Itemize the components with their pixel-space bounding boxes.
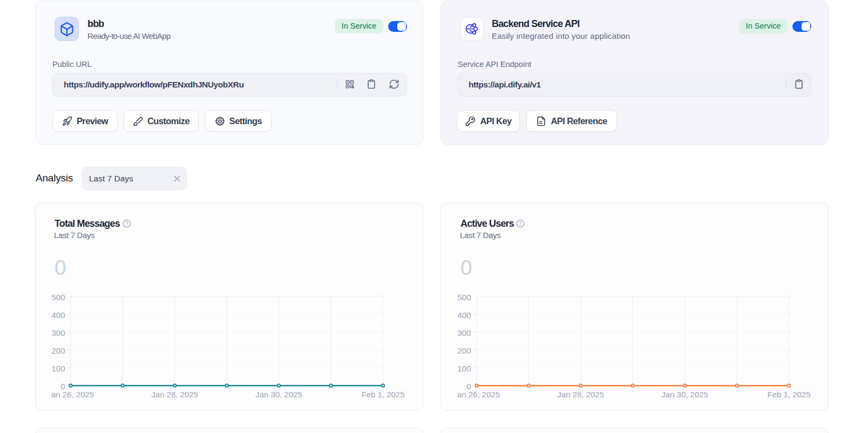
svg-text:Jan 26, 2025: Jan 26, 2025 — [47, 390, 94, 399]
svg-text:300: 300 — [457, 328, 471, 337]
svg-text:Jan 30, 2025: Jan 30, 2025 — [255, 390, 302, 399]
svg-text:500: 500 — [457, 293, 471, 302]
svg-text:?: ? — [519, 220, 522, 227]
svg-text:200: 200 — [51, 346, 65, 355]
svg-text:300: 300 — [51, 328, 65, 337]
svg-text:500: 500 — [51, 293, 65, 302]
svg-text:Jan 26, 2025: Jan 26, 2025 — [453, 390, 500, 399]
svg-text:400: 400 — [457, 310, 471, 320]
svg-text:Jan 28, 2025: Jan 28, 2025 — [151, 390, 198, 399]
svg-text:200: 200 — [457, 346, 471, 355]
svg-text:Feb 1, 2025: Feb 1, 2025 — [361, 390, 404, 399]
svg-text:400: 400 — [51, 310, 65, 320]
svg-text:100: 100 — [51, 364, 65, 373]
svg-text:100: 100 — [457, 364, 471, 373]
svg-text:Feb 1, 2025: Feb 1, 2025 — [767, 390, 810, 399]
svg-text:Jan 30, 2025: Jan 30, 2025 — [661, 390, 708, 399]
svg-text:?: ? — [125, 220, 128, 227]
svg-text:Jan 28, 2025: Jan 28, 2025 — [557, 390, 604, 399]
